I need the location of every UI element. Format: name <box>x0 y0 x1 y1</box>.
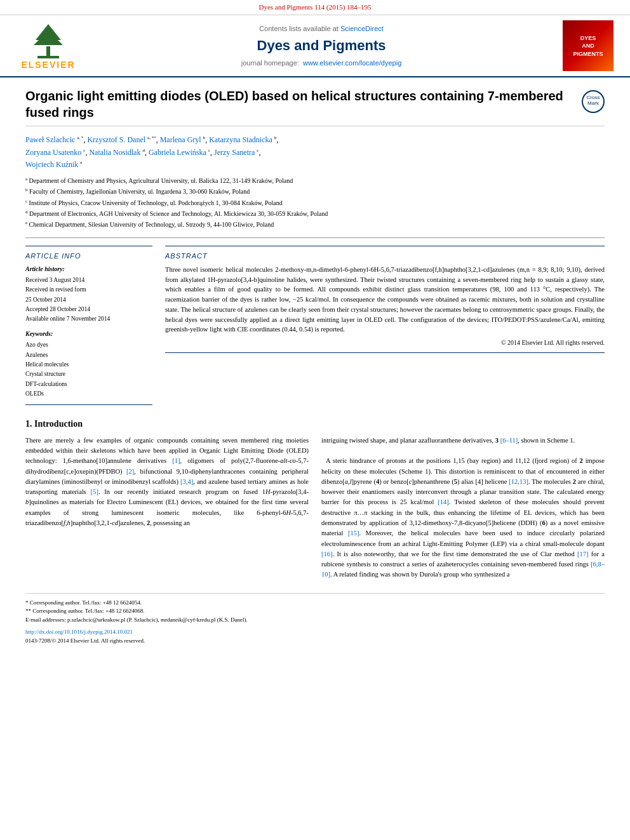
authors-section: Paweł Szlachcic a, *, Krzysztof S. Danel… <box>25 134 605 171</box>
keyword-2: Azulenes <box>25 351 152 359</box>
keyword-4: Crystal structure <box>25 370 152 378</box>
author-sanetra[interactable]: Jerzy Sanetra <box>214 148 255 157</box>
journal-header-center: Contents lists available at ScienceDirec… <box>93 20 550 71</box>
crossmark-icon: Cross Mark <box>582 90 605 113</box>
doi-link[interactable]: http://dx.doi.org/10.1016/j.dyepig.2014.… <box>25 629 133 635</box>
ref-1[interactable]: [1] <box>172 457 180 464</box>
email-line: E-mail addresses: p.szlachcic@urkrakow.p… <box>25 616 605 625</box>
page: Dyes and Pigments 114 (2015) 184–195 ELS… <box>0 0 630 840</box>
abstract-column: ABSTRACT Three novel isomeric helical mo… <box>165 246 605 406</box>
author-stadnicka[interactable]: Katarzyna Stadnicka <box>209 135 272 144</box>
journal-citation: Dyes and Pigments 114 (2015) 184–195 <box>258 3 371 11</box>
affiliations-section: a Department of Chemistry and Physics, A… <box>25 176 605 230</box>
article-history-label: Article history: <box>25 265 152 274</box>
author-lewinska[interactable]: Gabriela Lewińska <box>149 148 206 157</box>
intro-right-text: intriguing twisted shape, and planar aza… <box>321 436 605 580</box>
section-title: Introduction <box>34 419 83 429</box>
keywords-section: Keywords: Azo dyes Azulenes Helical mole… <box>25 330 152 398</box>
author-kuznik[interactable]: Wojciech Kuźnik <box>25 160 78 169</box>
keyword-6: OLEDs <box>25 390 152 398</box>
footnote-1: * Corresponding author. Tel./fax: +48 12… <box>25 599 605 608</box>
ref-15[interactable]: [15] <box>348 530 359 537</box>
date-online: Available online 7 November 2014 <box>25 315 152 323</box>
keyword-5: DFT-calculations <box>25 380 152 389</box>
intro-two-col: There are merely a few examples of organ… <box>25 436 605 580</box>
affiliation-a: a Department of Chemistry and Physics, A… <box>25 176 605 185</box>
abstract-copyright: © 2014 Elsevier Ltd. All rights reserved… <box>165 338 605 347</box>
author-szlachcic[interactable]: Paweł Szlachcic <box>25 135 75 144</box>
journal-header-right: DYESANDPIGMENTS <box>556 20 620 71</box>
svg-rect-3 <box>37 56 59 58</box>
abstract-text: Three novel isomeric helical molecules 2… <box>165 265 605 335</box>
author-danel[interactable]: Krzysztof S. Danel <box>87 135 145 144</box>
elsevier-tree-icon <box>26 21 70 59</box>
science-direct-line: Contents lists available at ScienceDirec… <box>259 24 384 34</box>
intro-left-col: There are merely a few examples of organ… <box>25 436 309 580</box>
keywords-title: Keywords: <box>25 330 152 338</box>
svg-text:Mark: Mark <box>587 100 600 106</box>
science-direct-link[interactable]: ScienceDirect <box>340 25 384 32</box>
ref-14[interactable]: [14] <box>438 498 449 505</box>
homepage-label: journal homepage: <box>241 59 299 67</box>
date-revised: 25 October 2014 <box>25 296 152 304</box>
email-values: p.szlachcic@urkrakow.pl (P. Szlachcic), … <box>67 617 248 623</box>
ref-17[interactable]: [17] <box>577 550 589 557</box>
abstract-title: ABSTRACT <box>165 251 605 261</box>
journal-homepage-line: journal homepage: www.elsevier.com/locat… <box>241 58 402 68</box>
date-received: Received 3 August 2014 <box>25 276 152 284</box>
affiliation-c: c Institute of Physics, Cracow Universit… <box>25 198 605 208</box>
issn-text: 0143-7208/© 2014 Elsevier Ltd. All right… <box>25 637 605 646</box>
email-label: E-mail addresses: <box>25 617 66 623</box>
footnote-2: ** Corresponding author. Tel./fax: +48 1… <box>25 607 605 616</box>
affiliation-e: e Chemical Department, Silesian Universi… <box>25 220 605 229</box>
author-gryl[interactable]: Marlena Gryl <box>160 135 201 144</box>
article-info-box: ARTICLE INFO Article history: Received 3… <box>25 246 152 406</box>
section-header: 1. Introduction <box>25 418 605 430</box>
elsevier-logo-section: ELSEVIER <box>10 20 86 71</box>
date-revised-label: Received in revised form <box>25 286 152 294</box>
journal-header: ELSEVIER Contents lists available at Sci… <box>0 15 630 77</box>
intro-right-col: intriguing twisted shape, and planar aza… <box>321 436 605 580</box>
affiliation-d: d Department of Electronics, AGH Univers… <box>25 209 605 218</box>
homepage-link[interactable]: www.elsevier.com/locate/dyepig <box>303 59 401 67</box>
info-abstract-section: ARTICLE INFO Article history: Received 3… <box>25 237 605 406</box>
abstract-box: ABSTRACT Three novel isomeric helical mo… <box>165 246 605 354</box>
ref-3-4[interactable]: [3,4] <box>180 478 193 485</box>
section-number: 1. <box>25 419 32 429</box>
ref-6-8-10[interactable]: [6,8–10] <box>321 561 605 578</box>
dyes-pigments-badge: DYESANDPIGMENTS <box>563 20 613 71</box>
author-usatenko[interactable]: Zoryana Usatenko <box>25 148 81 157</box>
ref-6-11[interactable]: [6–11] <box>500 437 518 444</box>
ref-2[interactable]: [2] <box>126 468 134 475</box>
footer-section: * Corresponding author. Tel./fax: +48 12… <box>25 593 605 646</box>
elsevier-text: ELSEVIER <box>21 59 75 72</box>
ref-5[interactable]: [5] <box>91 488 98 495</box>
badge-text: DYESANDPIGMENTS <box>573 34 603 58</box>
article-title: Organic light emitting diodes (OLED) bas… <box>25 88 575 121</box>
main-content: Organic light emitting diodes (OLED) bas… <box>0 77 630 655</box>
article-title-section: Organic light emitting diodes (OLED) bas… <box>25 88 605 126</box>
date-accepted: Accepted 28 October 2014 <box>25 305 152 314</box>
keyword-1: Azo dyes <box>25 341 152 349</box>
contents-label: Contents lists available at <box>259 25 338 32</box>
article-info-title: ARTICLE INFO <box>25 251 152 261</box>
authors-text: Paweł Szlachcic a, *, Krzysztof S. Danel… <box>25 135 278 168</box>
elsevier-logo: ELSEVIER <box>21 21 75 72</box>
svg-text:Cross: Cross <box>587 95 600 100</box>
article-info-column: ARTICLE INFO Article history: Received 3… <box>25 246 152 406</box>
ref-16[interactable]: [16] <box>321 550 333 557</box>
intro-left-text: There are merely a few examples of organ… <box>25 436 309 528</box>
journal-citation-bar: Dyes and Pigments 114 (2015) 184–195 <box>0 0 630 15</box>
introduction-section: 1. Introduction There are merely a few e… <box>25 418 605 580</box>
ref-12-13[interactable]: [12,13] <box>509 478 528 485</box>
keyword-3: Helical molecules <box>25 361 152 369</box>
affiliation-b: b Faculty of Chemistry, Jagiellonian Uni… <box>25 187 605 196</box>
author-nosidlak[interactable]: Natalia Nosidlak <box>89 148 140 157</box>
journal-title-header: Dyes and Pigments <box>257 36 386 56</box>
